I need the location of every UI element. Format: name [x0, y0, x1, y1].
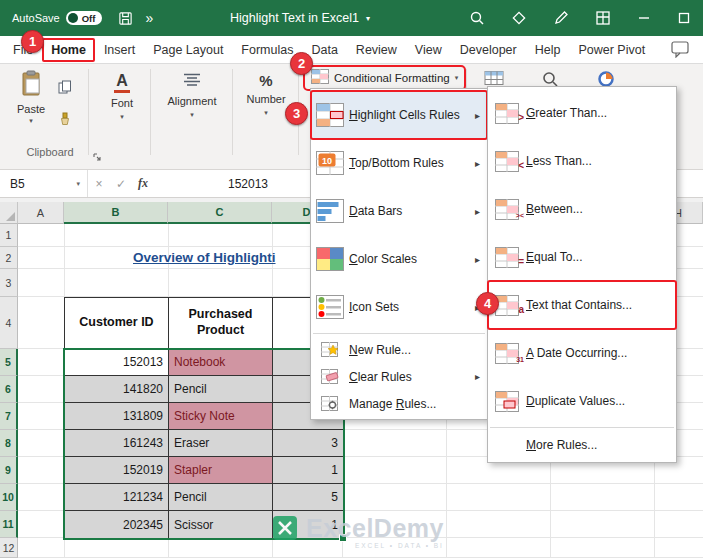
customer-id-cell[interactable]: 152013: [65, 349, 169, 376]
customer-id-cell[interactable]: 121234: [65, 484, 169, 511]
row-header[interactable]: 4: [0, 297, 18, 349]
customer-id-cell[interactable]: 131809: [65, 403, 169, 430]
row-header[interactable]: 6: [0, 376, 18, 403]
enter-icon[interactable]: ✓: [110, 177, 132, 191]
watermark: ExcelDemy EXCEL • DATA • BI: [272, 515, 444, 549]
submenu-item-a-date-occurring[interactable]: 31 A Date Occurring...: [488, 329, 676, 377]
tab-page-layout[interactable]: Page Layout: [144, 38, 232, 62]
product-cell[interactable]: Eraser: [169, 430, 273, 457]
product-cell[interactable]: Notebook: [169, 349, 273, 376]
row-header[interactable]: 11: [0, 511, 18, 538]
clear-rules-icon: [311, 369, 349, 384]
row-header[interactable]: 10: [0, 484, 18, 511]
column-header[interactable]: A: [18, 202, 64, 224]
new-rule-icon: [311, 342, 349, 357]
row-header[interactable]: 7: [0, 403, 18, 430]
alignment-group-label: Alignment: [168, 95, 217, 107]
quantity-cell[interactable]: 3: [273, 430, 343, 457]
row-header[interactable]: 9: [0, 457, 18, 484]
column-header[interactable]: C: [168, 202, 272, 224]
copy-icon[interactable]: [58, 80, 72, 98]
table-header-purchased-product[interactable]: Purchased Product: [169, 298, 273, 348]
customer-id-cell[interactable]: 161243: [65, 430, 169, 457]
font-group-label: Font: [111, 97, 133, 109]
save-icon[interactable]: [118, 11, 133, 26]
customer-id-cell[interactable]: 152019: [65, 457, 169, 484]
tab-home[interactable]: Home: [42, 38, 95, 62]
menu-item-color-scales[interactable]: Color Scales ▸: [311, 235, 487, 283]
paste-chevron-icon: ▾: [29, 117, 33, 125]
equal-to-icon: =: [488, 247, 526, 268]
row-header[interactable]: 3: [0, 269, 18, 297]
maximize-icon[interactable]: [677, 11, 691, 25]
paste-button[interactable]: Paste ▾: [8, 70, 54, 125]
product-cell[interactable]: Stapler: [169, 457, 273, 484]
tab-review[interactable]: Review: [347, 38, 406, 62]
diamond-icon[interactable]: [511, 10, 527, 26]
submenu-arrow-icon: ▸: [475, 206, 487, 217]
toggle-knob-icon: [68, 13, 78, 23]
row-header[interactable]: 1: [0, 224, 18, 247]
product-cell[interactable]: Scissor: [169, 511, 273, 538]
autosave-toggle[interactable]: AutoSave Off: [12, 11, 102, 25]
submenu-item-more-rules[interactable]: More Rules...: [488, 430, 676, 460]
menu-item-new-rule[interactable]: New Rule...: [311, 336, 487, 363]
minimize-icon[interactable]: [637, 11, 651, 25]
insert-function-icon[interactable]: fx: [132, 176, 154, 191]
quick-access-more-icon[interactable]: »: [145, 11, 153, 25]
product-cell[interactable]: Sticky Note: [169, 403, 273, 430]
comment-icon[interactable]: [671, 41, 689, 62]
submenu-item-greater-than[interactable]: > Greater Than...: [488, 89, 676, 137]
watermark-tagline: EXCEL • DATA • BI: [355, 542, 444, 549]
tab-insert[interactable]: Insert: [95, 38, 144, 62]
menu-item-clear-rules[interactable]: Clear Rules ▸: [311, 363, 487, 390]
row-header[interactable]: 8: [0, 430, 18, 457]
search-icon[interactable]: [469, 10, 485, 26]
table-header-customer-id[interactable]: Customer ID: [65, 298, 169, 348]
title-chevron-icon[interactable]: ▾: [366, 14, 370, 23]
clipboard-group-label: Clipboard: [0, 146, 100, 158]
format-painter-icon[interactable]: [58, 112, 72, 130]
select-all-corner[interactable]: [0, 202, 18, 224]
product-cell[interactable]: Pencil: [169, 376, 273, 403]
row-header[interactable]: 5: [0, 349, 18, 376]
menu-item-manage-rules[interactable]: Manage Rules...: [311, 390, 487, 417]
row-header[interactable]: 2: [0, 247, 18, 269]
alignment-icon: [183, 72, 201, 91]
menu-item-icon-sets[interactable]: Icon Sets ▸: [311, 283, 487, 331]
customer-id-cell[interactable]: 202345: [65, 511, 169, 538]
menu-item-label: Data Bars: [349, 204, 402, 218]
name-box[interactable]: B5 ▾: [0, 170, 88, 197]
tab-view[interactable]: View: [406, 38, 451, 62]
quantity-cell[interactable]: 5: [273, 484, 343, 511]
menu-item-label: Greater Than...: [526, 106, 607, 120]
submenu-item-text-that-contains[interactable]: a Text that Contains...: [488, 281, 676, 329]
document-title: Highlight Text in Excel1: [230, 11, 359, 25]
exceldemy-logo-icon: [272, 515, 298, 545]
conditional-formatting-button[interactable]: Conditional Formatting ▾: [306, 68, 463, 88]
product-cell[interactable]: Pencil: [169, 484, 273, 511]
row-header[interactable]: 12: [0, 538, 18, 558]
tab-help[interactable]: Help: [526, 38, 570, 62]
excel-window: AutoSave Off » Highlight Text in Excel1 …: [0, 0, 703, 558]
tab-power-pivot[interactable]: Power Pivot: [569, 38, 654, 62]
submenu-item-equal-to[interactable]: = Equal To...: [488, 233, 676, 281]
edit-pencil-icon[interactable]: [553, 10, 569, 26]
submenu-item-duplicate-values[interactable]: Duplicate Values...: [488, 377, 676, 425]
formula-bar-value[interactable]: 152013: [228, 177, 268, 191]
grid-icon[interactable]: [595, 10, 611, 26]
submenu-item-between[interactable]: >< Between...: [488, 185, 676, 233]
tab-developer[interactable]: Developer: [451, 38, 526, 62]
column-header[interactable]: B: [64, 202, 168, 224]
menu-item-top-bottom-rules[interactable]: 10 Top/Bottom Rules ▸: [311, 139, 487, 187]
between-icon: ><: [488, 199, 526, 220]
dialog-launcher-icon[interactable]: [92, 148, 102, 166]
cancel-icon[interactable]: ×: [88, 177, 110, 191]
submenu-item-less-than[interactable]: < Less Than...: [488, 137, 676, 185]
font-group[interactable]: A Font ▾: [96, 72, 148, 121]
menu-item-highlight-cells-rules[interactable]: Highlight Cells Rules ▸: [311, 91, 487, 139]
customer-id-cell[interactable]: 141820: [65, 376, 169, 403]
quantity-cell[interactable]: 1: [273, 457, 343, 484]
alignment-group[interactable]: Alignment ▾: [156, 72, 228, 119]
menu-item-data-bars[interactable]: Data Bars ▸: [311, 187, 487, 235]
